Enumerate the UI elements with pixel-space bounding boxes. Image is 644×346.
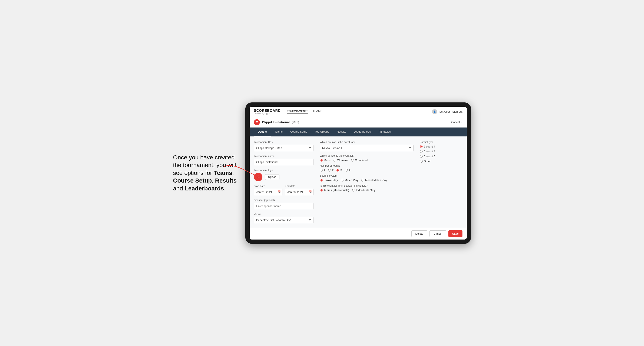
nav-tournaments[interactable]: TOURNAMENTS [287, 109, 308, 114]
rounds-3[interactable]: 3 [336, 169, 342, 172]
format-6count4[interactable]: 6 count 4 [420, 150, 462, 153]
gender-mens-radio[interactable] [320, 159, 323, 162]
division-select[interactable]: NCAA Division III [320, 145, 414, 151]
individuals-only-radio[interactable] [352, 189, 355, 191]
format-other-label: Other [424, 160, 431, 163]
tab-teams[interactable]: Teams [271, 128, 286, 137]
right-column: Which division is the event for? NCAA Di… [320, 141, 462, 223]
sponsor-group: Sponsor (optional) [254, 199, 314, 209]
format-6count4-label: 6 count 4 [424, 150, 435, 153]
footer-bar: Delete Cancel Save [250, 228, 467, 239]
format-other[interactable]: Other [420, 160, 462, 163]
individuals-only[interactable]: Individuals Only [352, 188, 376, 192]
save-button[interactable]: Save [448, 230, 462, 237]
gender-combined-radio[interactable] [351, 159, 354, 162]
tablet-screen: SCOREBOARD Powered by clippd TOURNAMENTS… [250, 107, 467, 239]
delete-button[interactable]: Delete [412, 230, 428, 237]
gender-mens[interactable]: Mens [320, 159, 330, 162]
rounds-2-radio[interactable] [328, 169, 331, 172]
format-6count4-radio[interactable] [420, 150, 423, 153]
rounds-1-label: 1 [324, 169, 325, 172]
scoring-match[interactable]: Match Play [341, 178, 358, 182]
venue-label: Venue [254, 213, 314, 216]
end-date-label: End date [285, 185, 314, 188]
tab-leaderboards[interactable]: Leaderboards [350, 128, 374, 137]
scoring-medal-match-label: Medal Match Play [365, 178, 387, 182]
tab-course-setup[interactable]: Course Setup [286, 128, 311, 137]
format-5count4[interactable]: 5 count 4 [420, 145, 462, 148]
start-date-group: Start date 📅 [254, 185, 282, 195]
tab-details[interactable]: Details [254, 128, 271, 137]
logo-upload-area: C Upload [254, 173, 314, 181]
teams-individuals-radio-group: Teams (+Individuals) Individuals Only [320, 188, 414, 192]
logo-area: SCOREBOARD Powered by clippd [254, 109, 281, 115]
gender-womens[interactable]: Womens [334, 159, 348, 162]
tournament-host-group: Tournament Host Clippd College - Men [254, 141, 314, 151]
end-date-group: End date 📅 [285, 185, 314, 195]
format-6count5-label: 6 count 5 [424, 155, 435, 158]
tournament-title-area: C Clippd Invitational (Men) [254, 119, 299, 125]
teams-plus-individuals-radio[interactable] [320, 189, 323, 191]
user-avatar: 👤 [432, 109, 437, 114]
teams-plus-individuals-label: Teams (+Individuals) [324, 188, 349, 192]
rounds-1-radio[interactable] [320, 169, 323, 172]
rounds-section: Number of rounds 1 2 [320, 164, 414, 172]
cancel-tournament-button[interactable]: Cancel X [451, 121, 462, 124]
format-6count5[interactable]: 6 count 5 [420, 155, 462, 158]
tournament-host-select[interactable]: Clippd College - Men [254, 145, 314, 151]
tournament-name-input[interactable] [254, 159, 314, 165]
rounds-4[interactable]: 4 [345, 169, 350, 172]
scoring-stroke[interactable]: Stroke Play [320, 178, 338, 182]
format-5count4-label: 5 count 4 [424, 145, 435, 148]
format-type-label: Format type [420, 141, 462, 144]
rounds-4-label: 4 [349, 169, 350, 172]
footer-cancel-button[interactable]: Cancel [430, 230, 446, 237]
scoring-match-label: Match Play [344, 178, 358, 182]
tournament-name: Clippd Invitational [262, 120, 290, 124]
gender-combined[interactable]: Combined [351, 159, 368, 162]
scoring-medal-match[interactable]: Medal Match Play [361, 178, 387, 182]
end-date-calendar-icon: 📅 [308, 190, 312, 193]
scoring-match-radio[interactable] [341, 179, 344, 181]
sponsor-input[interactable] [254, 203, 314, 209]
rounds-label: Number of rounds [320, 164, 414, 167]
venue-select[interactable]: Peachtree GC - Atlanta - GA [254, 217, 314, 223]
tournament-icon: C [254, 119, 260, 125]
tournament-logo-label: Tournament logo [254, 169, 314, 172]
nav-teams[interactable]: TEAMS [313, 109, 322, 114]
scoring-medal-match-radio[interactable] [361, 179, 364, 181]
left-column: Tournament Host Clippd College - Men Tou… [254, 141, 314, 223]
rounds-2[interactable]: 2 [328, 169, 334, 172]
gender-section: Which gender is the event for? Mens Wome… [320, 154, 414, 162]
tablet-frame: SCOREBOARD Powered by clippd TOURNAMENTS… [246, 102, 471, 244]
end-date-wrapper: 📅 [285, 189, 314, 195]
upload-button[interactable]: Upload [265, 174, 280, 180]
tournament-name-group: Tournament name [254, 155, 314, 165]
gender-mens-label: Mens [324, 159, 330, 162]
gender-radio-group: Mens Womens Combined [320, 159, 414, 162]
user-area: 👤 Test User | Sign out [432, 109, 462, 114]
rounds-4-radio[interactable] [345, 169, 348, 172]
middle-section: Which division is the event for? NCAA Di… [320, 141, 414, 223]
format-5count4-radio[interactable] [420, 145, 423, 148]
instruction-panel: Once you have created the tournament, yo… [173, 154, 237, 192]
teams-plus-individuals[interactable]: Teams (+Individuals) [320, 188, 349, 192]
tab-results[interactable]: Results [333, 128, 350, 137]
scoring-label: Scoring system [320, 174, 414, 177]
format-options: 5 count 4 6 count 4 6 count 5 [420, 145, 462, 163]
format-other-radio[interactable] [420, 160, 423, 163]
rounds-1[interactable]: 1 [320, 169, 325, 172]
scoring-section: Scoring system Stroke Play Match Play [320, 174, 414, 182]
format-6count5-radio[interactable] [420, 155, 423, 158]
start-date-wrapper: 📅 [254, 189, 282, 195]
scoring-radio-group: Stroke Play Match Play Medal Match Play [320, 178, 414, 182]
rounds-3-radio[interactable] [336, 169, 339, 172]
tab-tee-groups[interactable]: Tee Groups [311, 128, 333, 137]
scoring-stroke-radio[interactable] [320, 179, 323, 181]
gender-womens-radio[interactable] [334, 159, 336, 162]
start-date-label: Start date [254, 185, 282, 188]
tournament-gender: (Men) [292, 121, 299, 124]
rounds-2-label: 2 [332, 169, 334, 172]
user-text[interactable]: Test User | Sign out [438, 110, 462, 113]
tab-printables[interactable]: Printables [374, 128, 394, 137]
